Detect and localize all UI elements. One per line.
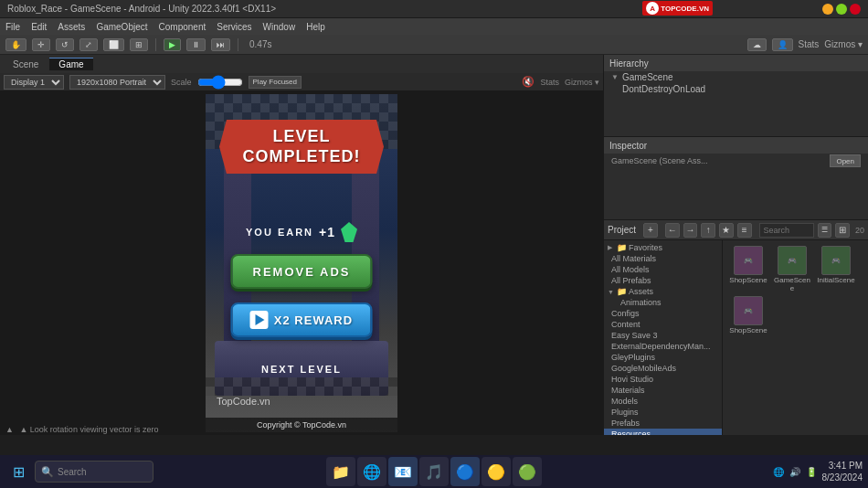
menu-assets[interactable]: Assets	[58, 22, 85, 32]
taskbar-browser[interactable]: 🌐	[357, 457, 386, 486]
project-forward-btn[interactable]: →	[683, 223, 698, 238]
banner-ribbon: LEVEL COMPLETED!	[219, 120, 384, 174]
toolbar-scale-tool[interactable]: ⤢	[79, 38, 98, 51]
stats-btn[interactable]: Stats	[540, 78, 559, 87]
battery-icon[interactable]: 🔋	[806, 467, 817, 477]
mute-icon[interactable]: 🔇	[522, 76, 535, 88]
tree-googlemobileads[interactable]: GoogleMobileAds	[604, 363, 722, 374]
x2-reward-button[interactable]: X2 REWARD	[231, 302, 373, 337]
toolbar-rect-tool[interactable]: ⬜	[103, 38, 124, 51]
initialscene-label: InitialScene	[817, 276, 854, 284]
project-menu-btn[interactable]: ≡	[737, 223, 752, 238]
next-level-text[interactable]: NEXT LEVEL	[261, 364, 342, 375]
project-view-toggle-btn[interactable]: ⊞	[835, 223, 850, 238]
hierarchy-gamescene[interactable]: ▼ GameScene	[604, 71, 868, 83]
tree-favorites[interactable]: ▶ 📁 Favorites	[604, 242, 722, 253]
close-button[interactable]	[850, 4, 861, 15]
tree-materials[interactable]: Materials	[604, 385, 722, 396]
open-scene-button[interactable]: Open	[830, 154, 861, 167]
step-button[interactable]: ⏭	[211, 38, 230, 51]
tree-assets[interactable]: ▼ 📁 Assets	[604, 286, 722, 297]
level-text-line2: COMPLETED!	[243, 147, 361, 165]
account-button[interactable]: 👤	[772, 38, 793, 51]
toolbar-move-tool[interactable]: ✛	[32, 38, 50, 51]
tree-models[interactable]: Models	[604, 396, 722, 407]
project-fav-btn[interactable]: ★	[719, 223, 734, 238]
arrow-icon: ▼	[611, 73, 619, 81]
volume-icon[interactable]: 🔊	[789, 467, 800, 477]
start-button[interactable]: ⊞	[5, 459, 31, 484]
project-search-options-btn[interactable]: ☰	[818, 223, 832, 238]
project-up-btn[interactable]: ↑	[701, 223, 715, 238]
minimize-button[interactable]	[822, 4, 833, 15]
taskbar-music[interactable]: 🎵	[419, 457, 449, 486]
network-icon[interactable]: 🌐	[773, 467, 784, 477]
resolution-select[interactable]: 1920x1080 Portrait	[69, 75, 165, 90]
reward-label: X2 REWARD	[274, 313, 353, 327]
project-title: Project	[608, 225, 636, 235]
taskbar-time: 3:41 PM	[822, 460, 863, 472]
play-button[interactable]: ▶	[164, 38, 181, 51]
menu-component[interactable]: Component	[159, 22, 206, 32]
tree-hovistudio[interactable]: Hovi Studio	[604, 374, 722, 385]
remove-ads-button[interactable]: REMOVE ADS	[231, 254, 373, 289]
scale-slider[interactable]	[197, 78, 243, 87]
asset-shopscene-2[interactable]: 🎮 ShopScene	[728, 296, 768, 334]
taskbar-files[interactable]: 📁	[326, 457, 355, 486]
shopscene2-label: ShopScene	[729, 326, 767, 334]
taskbar-search[interactable]: 🔍 Search	[35, 461, 153, 483]
tree-gleyplugins[interactable]: GleyPlugins	[604, 352, 722, 363]
tab-scene[interactable]: Scene	[4, 58, 48, 70]
taskbar-app2[interactable]: 🟡	[482, 457, 511, 486]
maximize-button[interactable]	[836, 4, 847, 15]
hierarchy-dontdestroy[interactable]: DontDestroyOnLoad	[615, 83, 868, 95]
toolbar-hand-tool[interactable]: ✋	[5, 38, 26, 51]
display-select[interactable]: Display 1	[4, 75, 64, 90]
tree-all-materials[interactable]: All Materials	[604, 253, 722, 264]
tree-all-prefabs[interactable]: All Prefabs	[604, 275, 722, 286]
menu-file[interactable]: File	[5, 22, 20, 32]
windows-icon: ⊞	[13, 463, 25, 481]
project-add-btn[interactable]: +	[643, 223, 658, 238]
menu-gameobject[interactable]: GameObject	[96, 22, 147, 32]
search-label: Search	[58, 467, 87, 477]
asset-shopscene-1[interactable]: 🎮 ShopScene	[728, 246, 768, 292]
collab-button[interactable]: ☁	[747, 38, 767, 51]
warning-text: ▲ Look rotation viewing vector is zero	[19, 425, 158, 434]
tree-content[interactable]: Content	[604, 319, 722, 330]
logo-badge: A	[646, 2, 659, 15]
project-toolbar: Project + ← → ↑ ★ ≡ ☰ ⊞ 20	[604, 220, 868, 240]
tree-prefabs[interactable]: Prefabs	[604, 418, 722, 429]
toolbar-rotate-tool[interactable]: ↺	[56, 38, 74, 51]
gizmos-btn[interactable]: Gizmos ▾	[565, 78, 599, 87]
bottom-warning: ▲ ▲ Look rotation viewing vector is zero	[0, 424, 164, 435]
initialscene-icon: 🎮	[821, 246, 851, 275]
project-back-btn[interactable]: ←	[665, 223, 680, 238]
project-search-input[interactable]	[759, 223, 814, 238]
play-focused-btn[interactable]: Play Focused	[249, 76, 302, 89]
tree-externaldep[interactable]: ExternalDependencyMan...	[604, 341, 722, 352]
gizmos-link[interactable]: Gizmos ▾	[824, 39, 863, 49]
menu-window[interactable]: Window	[263, 22, 296, 32]
taskbar-app1[interactable]: 🔵	[450, 457, 480, 486]
toolbar-transform-tool[interactable]: ⊞	[130, 38, 148, 51]
menu-services[interactable]: Services	[217, 22, 251, 32]
tree-plugins[interactable]: Plugins	[604, 407, 722, 418]
menu-edit[interactable]: Edit	[31, 22, 47, 32]
window-controls	[822, 4, 861, 15]
tree-resources[interactable]: Resources	[604, 429, 722, 435]
pause-button[interactable]: ⏸	[186, 38, 206, 51]
asset-gamescene[interactable]: 🎮 GameScene	[772, 246, 812, 292]
menu-help[interactable]: Help	[306, 22, 325, 32]
asset-initialscene[interactable]: 🎮 InitialScene	[816, 246, 856, 292]
tree-easysave3[interactable]: Easy Save 3	[604, 330, 722, 341]
game-view-toolbar: Display 1 1920x1080 Portrait Scale Play …	[0, 73, 603, 91]
taskbar-mail[interactable]: 📧	[388, 457, 418, 486]
tree-configs[interactable]: Configs	[604, 308, 722, 319]
gamescene-label: GameScene	[772, 276, 812, 292]
tab-game[interactable]: Game	[49, 58, 92, 70]
taskbar-app3[interactable]: 🟢	[513, 457, 542, 486]
tree-all-models[interactable]: All Models	[604, 264, 722, 275]
tree-animations[interactable]: Animations	[604, 297, 722, 308]
stats-link[interactable]: Stats	[799, 39, 820, 49]
